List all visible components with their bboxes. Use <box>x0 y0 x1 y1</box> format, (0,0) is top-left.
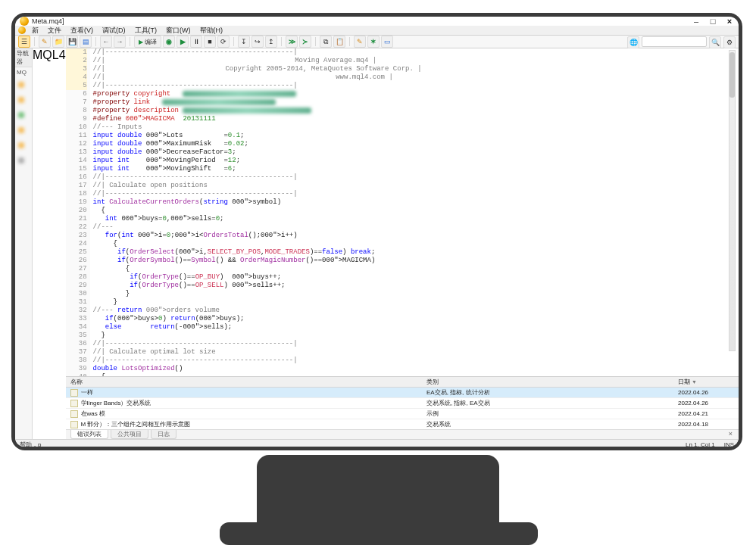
article-category: EA交易, 指标, 统计分析 <box>426 389 490 396</box>
paste-button[interactable]: 📋 <box>333 36 345 48</box>
stop-icon: ■ <box>208 38 211 45</box>
navigator-toggle-button[interactable]: ☰ <box>18 36 30 48</box>
navigator-item[interactable] <box>18 127 24 133</box>
app-menu-icon <box>18 26 26 34</box>
clock-icon: ≻ <box>302 38 308 45</box>
menu-window[interactable]: 窗口(W) <box>161 26 195 36</box>
folder-icon: 📁 <box>55 38 63 45</box>
close-button[interactable]: × <box>725 17 734 26</box>
navigator-item[interactable] <box>18 142 24 148</box>
paste-icon: 📋 <box>336 38 344 45</box>
save-all-icon: ▤ <box>83 38 89 45</box>
navigator-item[interactable] <box>18 157 24 164</box>
step-over-button[interactable]: ↪ <box>251 36 264 48</box>
menu-button-new[interactable]: 新 <box>27 26 43 36</box>
options-button[interactable]: ⚙ <box>723 36 736 48</box>
profile-history-button[interactable]: ≻ <box>299 36 311 48</box>
col-category-header[interactable]: 类别 <box>422 377 673 388</box>
globe-icon: 🌐 <box>629 39 638 46</box>
run-button[interactable]: ◉ <box>163 36 175 48</box>
step-into-button[interactable]: ↧ <box>238 36 250 48</box>
article-date: 2022.04.26 <box>678 400 708 406</box>
navigator-item[interactable] <box>18 112 24 118</box>
toolbar-sep <box>349 37 350 46</box>
editor-body[interactable]: 1234567891011121314151617181920212223242… <box>66 48 739 376</box>
step-out-button[interactable]: ↥ <box>265 36 277 48</box>
table-row[interactable]: 一样EA交易, 指标, 统计分析2022.04.26 <box>66 388 739 398</box>
content: 导航器 MQ MQL4 1234567891011121314151617181… <box>15 48 739 439</box>
refresh-icon: ⟳ <box>220 38 226 45</box>
menu-view[interactable]: 查看(V) <box>66 26 98 36</box>
table-row[interactable]: 学Iinger Bands）交易系统交易系统, 指标, EA交易2022.04.… <box>66 398 739 409</box>
tab-log[interactable]: 日志 <box>151 430 177 439</box>
highlight-button[interactable]: ✎ <box>354 36 366 48</box>
maximize-button[interactable]: □ <box>708 17 717 26</box>
play-icon: ▶ <box>180 38 186 45</box>
doc-icon <box>70 389 78 397</box>
step-out-icon: ↥ <box>268 38 274 45</box>
tab-errors[interactable]: 错误列表 <box>70 430 108 439</box>
table-row[interactable]: M 部分）：三个组件之间相互作用示意图交易系统2022.04.18 <box>66 419 739 430</box>
toolbar: ☰ ✎ 📁 💾 ▤ ← → ▶ 编译 ◉ ▶ ⏸ ■ ⟳ ↧ ↪ ↥ ≫ <box>15 36 739 48</box>
menu-debug[interactable]: 调试(D) <box>98 26 130 36</box>
sort-desc-icon: ▼ <box>692 379 697 385</box>
forward-button[interactable]: → <box>114 36 126 48</box>
toolbar-sep <box>281 37 282 46</box>
restart-button[interactable]: ⟳ <box>217 36 230 48</box>
navigator-root[interactable]: MQ <box>15 67 32 77</box>
arrow-left-icon: ← <box>103 38 110 45</box>
help-button[interactable]: 🌐 <box>627 36 639 48</box>
articles-list[interactable]: 名称 类别 日期▼ 一样EA交易, 指标, 统计分析2022.04.26学Iin… <box>66 377 739 429</box>
minimize-button[interactable]: – <box>692 17 701 26</box>
menu-tools[interactable]: 工具(T) <box>130 26 162 36</box>
editor-scrollbar[interactable] <box>729 50 736 351</box>
article-date: 2022.04.18 <box>678 421 708 428</box>
navigator-item[interactable] <box>18 97 24 103</box>
tab-projects[interactable]: 公共项目 <box>111 430 148 439</box>
new-file-icon: ✎ <box>42 38 48 45</box>
article-date: 2022.04.21 <box>678 410 708 417</box>
col-date-header[interactable]: 日期▼ <box>673 377 739 388</box>
article-category: 交易系统, 指标, EA交易 <box>426 400 490 406</box>
start-debug-button[interactable]: ▶ <box>177 36 189 48</box>
save-button[interactable]: 💾 <box>66 36 78 48</box>
line-gutter: 1234567891011121314151617181920212223242… <box>66 48 90 376</box>
tree-icon: ☰ <box>21 38 27 45</box>
article-name: M 部分）：三个组件之间相互作用示意图 <box>81 420 191 428</box>
open-file-button[interactable]: 📁 <box>52 36 64 48</box>
pause-button[interactable]: ⏸ <box>190 36 202 48</box>
save-all-button[interactable]: ▤ <box>80 36 92 48</box>
scroll-thumb[interactable] <box>729 52 735 98</box>
doc-icon <box>70 410 78 418</box>
copy-button[interactable]: ⧉ <box>320 36 332 48</box>
profile-real-button[interactable]: ≫ <box>286 36 298 48</box>
gear-icon: ⚙ <box>726 39 733 46</box>
table-row[interactable]: 在was 模示例2022.04.21 <box>66 409 739 419</box>
marker-icon: ✎ <box>357 38 363 45</box>
app-icon <box>20 17 29 26</box>
monitor-icon: ▭ <box>384 38 391 45</box>
toolbar-sep <box>315 37 316 46</box>
compile-button[interactable]: ▶ 编译 <box>134 36 161 48</box>
styling-button[interactable]: ✶ <box>367 36 380 48</box>
article-date: 2022.04.26 <box>678 389 708 396</box>
code-area[interactable]: //|-------------------------------------… <box>90 48 739 376</box>
back-button[interactable]: ← <box>100 36 112 48</box>
toolbox-close-button[interactable]: × <box>729 430 733 438</box>
copy-icon: ⧉ <box>323 38 328 46</box>
search-button[interactable]: 🔍 <box>709 36 721 48</box>
step-into-icon: ↧ <box>241 38 247 45</box>
navigator-bottom-tab[interactable]: MQL4 <box>33 48 66 439</box>
col-name-header[interactable]: 名称 <box>66 377 422 388</box>
new-file-button[interactable]: ✎ <box>39 36 51 48</box>
menu-file[interactable]: 文件 <box>43 26 66 36</box>
stop-button[interactable]: ■ <box>204 36 216 48</box>
search-input[interactable] <box>642 36 707 47</box>
code-editor: 1234567891011121314151617181920212223242… <box>66 48 739 439</box>
toolbox-tabs: 错误列表 公共项目 日志 × <box>66 429 739 439</box>
search-icon: 🔍 <box>711 39 720 46</box>
menu-help[interactable]: 帮助(H) <box>195 26 228 36</box>
terminal-button[interactable]: ▭ <box>381 36 393 48</box>
navigator-item[interactable] <box>18 82 24 88</box>
arrow-right-icon: → <box>117 38 123 45</box>
